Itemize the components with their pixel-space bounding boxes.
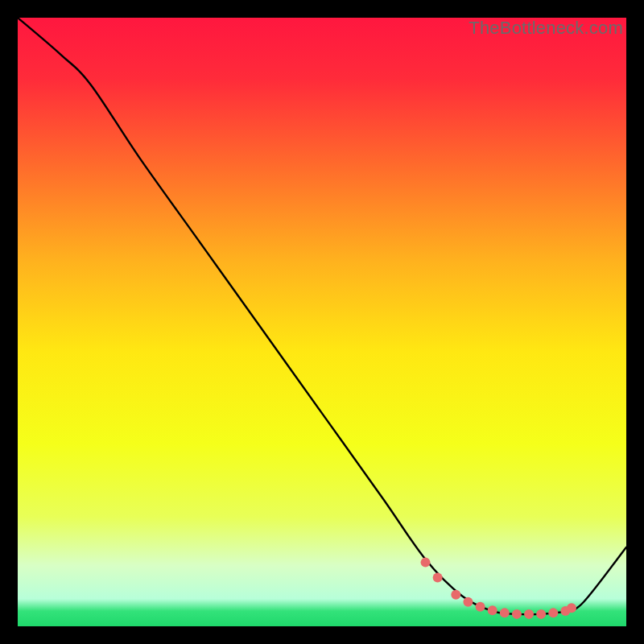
- marker-dot: [512, 609, 522, 619]
- chart-frame: TheBottleneck.com: [18, 18, 626, 626]
- marker-dot: [476, 602, 485, 612]
- marker-dot: [433, 573, 443, 583]
- watermark-text: TheBottleneck.com: [469, 18, 623, 39]
- marker-dot: [548, 608, 558, 617]
- marker-dot: [567, 603, 576, 613]
- marker-dot: [500, 608, 510, 617]
- gradient-background: [18, 18, 626, 626]
- marker-dot: [536, 609, 546, 619]
- marker-dot: [421, 558, 431, 568]
- marker-dot: [463, 597, 473, 607]
- marker-dot: [451, 590, 460, 600]
- bottleneck-chart: [18, 18, 626, 626]
- marker-dot: [524, 609, 534, 619]
- marker-dot: [488, 605, 497, 615]
